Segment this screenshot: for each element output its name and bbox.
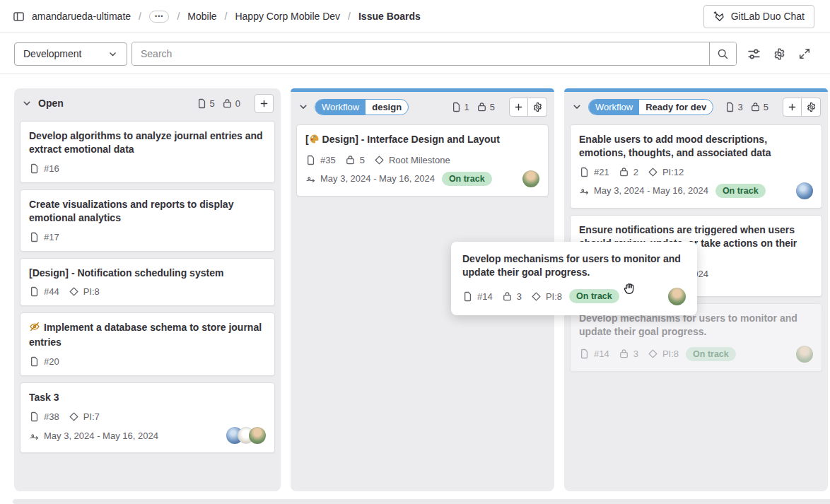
gitlab-duo-chat-button[interactable]: GitLab Duo Chat — [703, 5, 814, 28]
top-bar: amandarueda-ultimate / ••• / Mobile / Ha… — [0, 0, 830, 33]
sidebar-toggle-button[interactable] — [13, 11, 25, 23]
scoped-label-value: Ready for dev — [639, 100, 713, 115]
issue-title-text: Design] - Interface Design and Layout — [320, 134, 500, 145]
issue-title[interactable]: Create visualizations and reports to dis… — [29, 198, 266, 225]
sliders-icon — [747, 47, 761, 61]
collapse-column-button[interactable] — [571, 101, 583, 112]
breadcrumb-group[interactable]: Mobile — [187, 11, 216, 22]
issue-count: 3 — [738, 102, 743, 112]
issue-id: #35 — [320, 155, 336, 165]
weight-icon — [222, 98, 233, 109]
issue-id: #44 — [44, 286, 59, 297]
issue-title[interactable]: Task 3 — [29, 391, 266, 404]
issue-card[interactable]: Task 3 #38 PI:7 May 3, 2024 - May 16, 20… — [20, 382, 275, 453]
health-status-badge: On track — [442, 172, 492, 186]
scoped-label[interactable]: Workflow design — [315, 99, 409, 115]
breadcrumb-separator: / — [348, 11, 351, 22]
list-settings-button[interactable] — [528, 98, 547, 117]
avatar — [668, 288, 686, 305]
search-button[interactable] — [709, 42, 736, 65]
issue-icon — [305, 155, 316, 165]
column-header: Workflow design 1 5 — [291, 92, 554, 122]
issue-card[interactable]: Develop algorithms to analyze journal en… — [20, 121, 275, 183]
milestone-icon — [69, 411, 79, 422]
search-input[interactable] — [132, 42, 709, 65]
avatar — [796, 346, 813, 363]
weight-icon — [750, 102, 761, 112]
horizontal-scrollbar[interactable] — [13, 499, 830, 504]
issue-card[interactable]: Enable users to add mood descriptions, e… — [570, 124, 822, 209]
issue-icon — [29, 411, 40, 422]
board-config-button[interactable] — [773, 47, 786, 61]
milestone-icon — [648, 348, 658, 359]
column-actions — [783, 98, 821, 117]
dragged-issue-card[interactable]: Develop mechanisms for users to monitor … — [451, 242, 697, 315]
issue-title[interactable]: [ Design] - Interface Design and Layout — [305, 133, 539, 148]
scoped-label[interactable]: Workflow Ready for dev — [588, 99, 713, 115]
milestone-label: PI:8 — [83, 286, 100, 297]
weight-total: 5 — [764, 102, 768, 112]
chevron-down-icon — [298, 101, 309, 112]
column-counts: 5 0 — [197, 98, 245, 109]
gear-icon — [773, 47, 786, 61]
issue-card[interactable]: Create visualizations and reports to dis… — [20, 189, 275, 252]
milestone-label: PI:7 — [83, 411, 100, 422]
avatar[interactable] — [249, 427, 266, 444]
weight-total: 5 — [490, 102, 495, 112]
avatar[interactable] — [796, 182, 813, 199]
board-switcher-dropdown[interactable]: Development — [14, 42, 127, 66]
gear-icon — [532, 102, 543, 112]
scoped-label-scope: Workflow — [315, 100, 366, 115]
column-title: Open — [38, 98, 64, 109]
issue-count: 5 — [210, 98, 215, 109]
chevron-down-icon — [107, 49, 118, 59]
scoped-label-value: design — [366, 100, 408, 115]
avatar[interactable] — [522, 170, 539, 187]
issue-icon — [579, 348, 590, 359]
sort-filter-button[interactable] — [747, 47, 761, 61]
list-settings-button[interactable] — [802, 98, 821, 117]
palette-emoji — [309, 134, 320, 148]
add-issue-button[interactable] — [255, 94, 274, 113]
plus-icon — [513, 102, 524, 112]
issue-icon — [579, 167, 590, 177]
add-issue-button[interactable] — [509, 98, 528, 117]
breadcrumb-project[interactable]: Happy Corp Mobile Dev — [235, 11, 340, 22]
collapse-column-button[interactable] — [21, 98, 33, 109]
search-box — [131, 42, 737, 66]
eye-slash-icon — [29, 321, 40, 336]
chevron-down-icon — [571, 101, 583, 112]
health-status-badge: On track — [686, 347, 736, 361]
fullscreen-button[interactable] — [798, 47, 811, 60]
milestone-icon — [69, 286, 79, 297]
issue-icon — [451, 102, 462, 112]
milestone-icon — [374, 155, 385, 165]
issue-card[interactable]: [Design] - Notification scheduling syste… — [20, 258, 275, 307]
add-issue-button[interactable] — [783, 98, 802, 117]
issue-icon — [29, 286, 40, 297]
breadcrumb-ellipsis-button[interactable]: ••• — [149, 11, 169, 23]
issue-id: #20 — [44, 356, 59, 367]
column-header: Workflow Ready for dev 3 5 — [564, 92, 828, 122]
issue-title-text: Implement a database schema to store jou… — [29, 322, 262, 348]
iteration-icon — [305, 173, 316, 184]
health-status-badge: On track — [715, 184, 766, 198]
collapse-column-button[interactable] — [298, 101, 309, 112]
issue-title[interactable]: Implement a database schema to store jou… — [29, 321, 266, 349]
issue-icon — [725, 102, 735, 112]
plus-icon — [787, 102, 797, 112]
issue-card[interactable]: Implement a database schema to store jou… — [20, 312, 275, 376]
board-toolbar — [747, 47, 811, 61]
filter-bar: Development — [0, 34, 830, 74]
issue-weight: 3 — [517, 291, 522, 302]
issue-title[interactable]: Develop algorithms to analyze journal en… — [29, 129, 266, 156]
search-icon — [717, 48, 729, 60]
iteration-dates: May 3, 2024 - May 16, 2024 — [320, 173, 435, 184]
gear-icon — [806, 102, 817, 112]
breadcrumb-root[interactable]: amandarueda-ultimate — [32, 11, 131, 22]
issue-card[interactable]: [ Design] - Interface Design and Layout … — [296, 124, 549, 197]
health-status-badge: On track — [569, 289, 619, 303]
board-switcher-value: Development — [23, 48, 82, 59]
issue-title[interactable]: Enable users to add mood descriptions, e… — [579, 133, 813, 160]
issue-title[interactable]: [Design] - Notification scheduling syste… — [29, 266, 266, 280]
